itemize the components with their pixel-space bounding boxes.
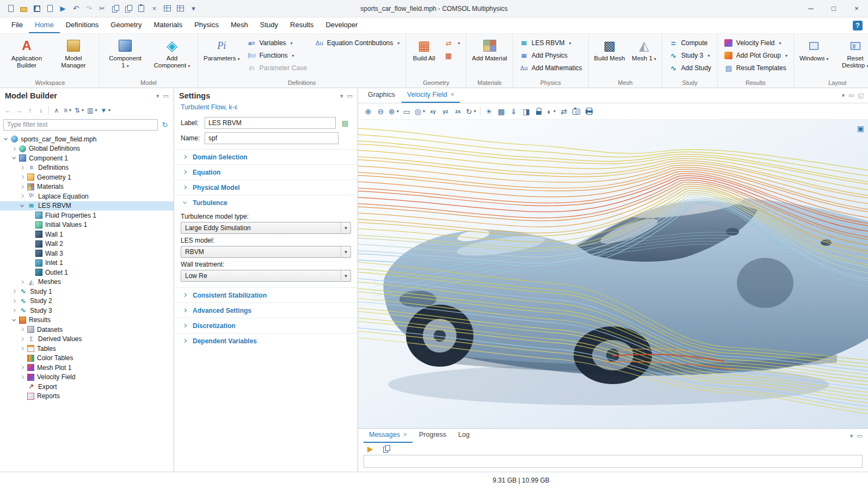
graphics-canvas[interactable]: ▣ [358, 120, 868, 428]
filter-icon[interactable]: ▼▾ [99, 105, 112, 116]
menu-geometry[interactable]: Geometry [104, 17, 147, 33]
reset-view-icon[interactable]: ↻▾ [465, 106, 477, 118]
scene-light-icon[interactable]: ☀ [483, 106, 495, 118]
section-header-physical-model[interactable]: Physical Model [174, 180, 358, 195]
lock-view-icon[interactable] [533, 106, 545, 118]
panel-menu-icon[interactable]: ▾ [850, 433, 853, 440]
ribbon-mesh-1-button[interactable]: ◭Mesh 1▾ [629, 35, 659, 64]
collapsed-chevron-icon[interactable] [10, 298, 17, 305]
panel-menu-icon[interactable]: ▾ [842, 92, 845, 99]
expanded-chevron-icon[interactable] [19, 202, 26, 209]
graphics-tab-graphics[interactable]: Graphics [362, 88, 401, 103]
tree-item-velocity-field[interactable]: Velocity Field [0, 373, 174, 382]
float-panel-icon[interactable]: ▭ [347, 92, 353, 100]
save-icon[interactable] [30, 3, 43, 15]
panel-menu-icon[interactable]: ▾ [340, 92, 343, 100]
collapsed-chevron-icon[interactable] [19, 193, 26, 200]
tree-item-wall-3[interactable]: Wall 3 [0, 249, 174, 258]
tree-item-datasets[interactable]: Datasets [0, 325, 174, 335]
move-down-icon[interactable]: ↓ [36, 105, 46, 116]
tree-item-inlet-1[interactable]: Inlet 1 [0, 258, 174, 268]
tree-item-tables[interactable]: Tables [0, 344, 174, 354]
ribbon-windows-button[interactable]: Windows▾ [797, 35, 832, 64]
tree-item-outlet-1[interactable]: Outlet 1 [0, 268, 174, 277]
section-header-turbulence[interactable]: Turbulence [174, 195, 358, 210]
print-icon[interactable] [583, 106, 595, 118]
undo-icon[interactable]: ↶ [70, 3, 82, 15]
ribbon-add-mathematics-button[interactable]: ΔuAdd Mathematics [516, 62, 586, 74]
section-header-equation[interactable]: Equation [174, 165, 358, 180]
environment-icon[interactable]: ◐▾ [546, 106, 557, 118]
zoom-box-icon[interactable]: ▭ [401, 106, 413, 118]
collapsed-chevron-icon[interactable] [19, 345, 26, 352]
name-input[interactable] [205, 132, 338, 144]
ribbon-add-plot-group-button[interactable]: Add Plot Group▾ [721, 50, 791, 61]
menu-file[interactable]: File [5, 17, 29, 33]
tree-item-study-2[interactable]: ∿Study 2 [0, 296, 174, 306]
zoom-extents-icon[interactable]: ⊛▾ [387, 106, 400, 118]
select-wall-treatment[interactable]: Low Re▾ [181, 270, 351, 282]
collapsed-chevron-icon[interactable] [19, 174, 26, 181]
collapsed-chevron-icon[interactable] [10, 145, 17, 152]
tree-item-sports-car-flow-field-mph[interactable]: sports_car_flow_field.mph [0, 134, 174, 144]
ribbon-rebuild-button[interactable]: ⇄▾ [440, 37, 463, 49]
tree-item-fluid-properties-1[interactable]: Fluid Properties 1 [0, 211, 174, 220]
ribbon-les-rbvm-button[interactable]: ≋LES RBVM▾ [516, 37, 586, 49]
go-to-view-icon[interactable]: ◎▾ [414, 106, 426, 118]
graphics-tab-velocity-field[interactable]: Velocity Field× [402, 88, 460, 103]
ribbon-velocity-field-button[interactable]: Velocity Field▾ [721, 37, 791, 49]
minimize-button[interactable]: ─ [799, 0, 822, 17]
clear-icon[interactable]: ▶ [365, 443, 376, 455]
menu-physics[interactable]: Physics [188, 17, 225, 33]
export-image-icon[interactable]: ⇓ [508, 106, 520, 118]
collapsed-chevron-icon[interactable] [19, 183, 26, 190]
close-button[interactable]: × [845, 0, 868, 17]
label-options-button[interactable]: ▤ [339, 118, 351, 128]
menu-materials[interactable]: Materials [147, 17, 188, 33]
menu-results[interactable]: Results [284, 17, 319, 33]
copy-table-icon[interactable] [161, 3, 174, 15]
ribbon-reset-desktop-button[interactable]: Reset Desktop▾ [833, 35, 868, 71]
messages-tab-log[interactable]: Log [453, 428, 475, 443]
section-header-advanced-settings[interactable]: Advanced Settings [174, 303, 358, 318]
help-button[interactable]: ? [853, 21, 863, 30]
select-les-model[interactable]: RBVM▾ [181, 246, 351, 258]
refresh-filter-icon[interactable]: ↻ [159, 121, 170, 129]
zoom-in-icon[interactable]: ⊕ [362, 106, 374, 118]
tree-item-mesh-plot-1[interactable]: Mesh Plot 1 [0, 363, 174, 373]
ribbon-compute-button[interactable]: =Compute [665, 37, 714, 49]
expanded-chevron-icon[interactable] [2, 135, 9, 143]
tree-item-wall-2[interactable]: Wall 2 [0, 239, 174, 249]
collapse-all-icon[interactable]: ∧ [52, 105, 61, 116]
expanded-chevron-icon[interactable] [10, 155, 17, 162]
ribbon-functions-button[interactable]: f(x)Functions▾ [243, 50, 310, 61]
ribbon-variables-button[interactable]: a=Variables▾ [243, 37, 310, 49]
view-zx-icon[interactable]: zx [452, 106, 464, 118]
tree-item-materials[interactable]: Materials [0, 182, 174, 192]
plot-in-window-icon[interactable]: ◨ [521, 106, 532, 118]
ribbon-add-physics-button[interactable]: ≋Add Physics [516, 50, 586, 61]
section-header-consistent-stabilization[interactable]: Consistent Stabilization [174, 288, 358, 302]
close-tab-icon[interactable]: × [403, 428, 407, 442]
select-turbulence-model-type[interactable]: Large Eddy Simulation▾ [181, 222, 351, 234]
float-panel-icon[interactable]: ▭ [857, 433, 863, 440]
tree-item-results[interactable]: Results [0, 316, 174, 325]
show-grid-icon[interactable]: ▦ [496, 106, 507, 118]
tree-item-laplace-equation[interactable]: ∇²Laplace Equation [0, 192, 174, 201]
section-header-dependent-variables[interactable]: Dependent Variables [174, 333, 358, 348]
ribbon-study-3-button[interactable]: ∿Study 3▾ [665, 50, 714, 61]
float-panel-icon[interactable]: ▭ [848, 92, 854, 99]
messages-tab-progress[interactable]: Progress [414, 428, 452, 443]
menu-definitions[interactable]: Definitions [60, 17, 105, 33]
tree-item-export[interactable]: ↗Export [0, 382, 174, 392]
maximize-button[interactable]: □ [822, 0, 845, 17]
ribbon-add-material-button[interactable]: Add Material [469, 35, 510, 63]
ribbon-parameters-button[interactable]: PiParameters▾ [201, 35, 242, 64]
cut-icon[interactable]: ✂ [96, 3, 108, 15]
redo-icon[interactable]: ↷ [83, 3, 95, 15]
duplicate-icon[interactable] [122, 3, 134, 15]
tree-item-component-1[interactable]: Component 1 [0, 153, 174, 163]
view-xy-icon[interactable]: xy [427, 106, 439, 118]
ribbon-parameter-case-button[interactable]: PiParameter Case [243, 62, 310, 74]
open-file-icon[interactable] [17, 3, 30, 15]
